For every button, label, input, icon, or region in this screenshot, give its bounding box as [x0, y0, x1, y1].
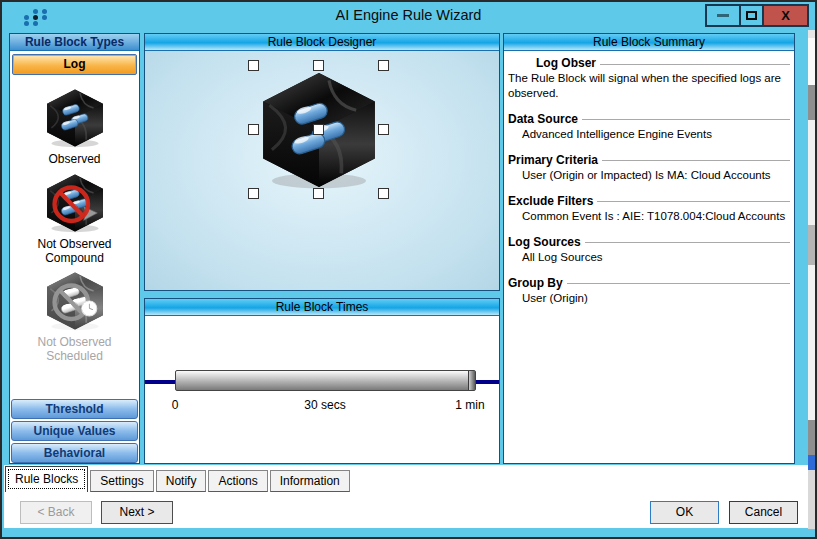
section-rule — [602, 160, 790, 161]
window-controls: X — [705, 4, 809, 27]
summary-body: Log Obser The Rule Block will signal whe… — [504, 51, 794, 463]
designer-canvas[interactable] — [145, 51, 499, 290]
title-bar: AI Engine Rule Wizard X — [2, 2, 815, 30]
log-category-button[interactable]: Log — [12, 54, 137, 75]
summary-section-log-observed: Log Obser The Rule Block will signal whe… — [508, 56, 790, 101]
rule-block-summary-header: Rule Block Summary — [504, 34, 794, 51]
type-item-not-observed-compound[interactable] — [10, 172, 139, 238]
tick-label-1min: 1 min — [430, 398, 510, 412]
section-body: Advanced Intelligence Engine Events — [508, 127, 790, 142]
rule-block-times-panel: Rule Block Times 0 30 secs 1 min — [144, 298, 500, 464]
resize-handle-e[interactable] — [378, 124, 389, 135]
ai-engine-rule-wizard-window: AI Engine Rule Wizard X Rule Block Types… — [0, 0, 817, 539]
section-body: User (Origin or Impacted) Is MA: Cloud A… — [508, 168, 790, 183]
not-observed-scheduled-cube-icon — [44, 270, 106, 332]
resize-handle-sw[interactable] — [248, 188, 259, 199]
tick-label-0: 0 — [163, 398, 187, 412]
type-item-observed[interactable] — [10, 87, 139, 153]
section-heading: Log Sources — [508, 235, 585, 249]
section-rule — [600, 64, 790, 65]
tab-settings[interactable]: Settings — [90, 470, 153, 492]
next-button[interactable]: Next > — [101, 501, 173, 524]
resize-handle-nw[interactable] — [248, 60, 259, 71]
section-heading: Group By — [508, 276, 567, 290]
background-window-edge — [808, 30, 817, 529]
slider-end-grip[interactable] — [468, 371, 475, 390]
close-button[interactable]: X — [762, 6, 807, 25]
times-body: 0 30 secs 1 min — [145, 316, 499, 463]
rule-block-times-header: Rule Block Times — [145, 299, 499, 316]
section-heading: Primary Criteria — [508, 153, 602, 167]
section-rule — [597, 201, 790, 202]
rule-block-types-panel: Rule Block Types Log Observed Not Observ… — [9, 33, 140, 464]
maximize-icon — [746, 11, 757, 20]
back-button: < Back — [20, 501, 92, 524]
resize-handle-se[interactable] — [378, 188, 389, 199]
section-body: The Rule Block will signal when the spec… — [508, 71, 790, 101]
rule-block-types-header: Rule Block Types — [10, 34, 139, 51]
window-title: AI Engine Rule Wizard — [2, 7, 815, 23]
summary-section-group-by: Group By User (Origin) — [508, 276, 790, 306]
summary-section-log-sources: Log Sources All Log Sources — [508, 235, 790, 265]
summary-section-data-source: Data Source Advanced Intelligence Engine… — [508, 112, 790, 142]
type-label-observed: Observed — [10, 153, 139, 167]
maximize-button[interactable] — [739, 6, 762, 25]
section-rule — [567, 283, 790, 284]
behavioral-button[interactable]: Behavioral — [11, 443, 138, 463]
resize-handle-w[interactable] — [248, 124, 259, 135]
not-observed-cube-icon — [44, 172, 106, 234]
resize-handle-s[interactable] — [313, 188, 324, 199]
section-rule — [585, 242, 790, 243]
minimize-button[interactable] — [707, 6, 739, 25]
tab-actions[interactable]: Actions — [208, 470, 267, 492]
unique-values-button[interactable]: Unique Values — [11, 421, 138, 441]
close-icon: X — [781, 8, 790, 23]
bottom-bar: Rule Blocks Settings Notify Actions Info… — [4, 465, 808, 528]
time-range-slider[interactable] — [175, 370, 476, 391]
summary-section-exclude-filters: Exclude Filters Common Event Is : AIE: T… — [508, 194, 790, 224]
tab-rule-blocks[interactable]: Rule Blocks — [5, 466, 88, 492]
section-heading: Log Obser — [508, 56, 600, 70]
threshold-button[interactable]: Threshold — [11, 399, 138, 419]
type-label-not-observed-scheduled: Not Observed Scheduled — [10, 336, 139, 364]
section-rule — [582, 119, 790, 120]
resize-handle-ne[interactable] — [378, 60, 389, 71]
tick-label-30secs: 30 secs — [275, 398, 375, 412]
section-body: Common Event Is : AIE: T1078.004:Cloud A… — [508, 209, 790, 224]
rule-block-designer-header: Rule Block Designer — [145, 34, 499, 51]
resize-handle-n[interactable] — [313, 60, 324, 71]
cancel-button[interactable]: Cancel — [729, 501, 798, 524]
tab-notify[interactable]: Notify — [156, 470, 207, 492]
rule-block-designer-panel: Rule Block Designer — [144, 33, 500, 291]
rule-block-summary-panel: Rule Block Summary Log Obser The Rule Bl… — [503, 33, 795, 464]
ok-button[interactable]: OK — [650, 501, 719, 524]
wizard-tabs: Rule Blocks Settings Notify Actions Info… — [5, 465, 352, 492]
section-body: User (Origin) — [508, 291, 790, 306]
minimize-icon — [717, 14, 729, 17]
tab-information[interactable]: Information — [270, 470, 350, 492]
section-heading: Exclude Filters — [508, 194, 597, 208]
summary-section-primary-criteria: Primary Criteria User (Origin or Impacte… — [508, 153, 790, 183]
type-label-not-observed-compound: Not Observed Compound — [10, 238, 139, 266]
observed-cube-icon — [44, 87, 106, 149]
section-body: All Log Sources — [508, 250, 790, 265]
type-item-not-observed-scheduled — [10, 270, 139, 336]
resize-handle-center[interactable] — [313, 124, 324, 135]
section-heading: Data Source — [508, 112, 582, 126]
